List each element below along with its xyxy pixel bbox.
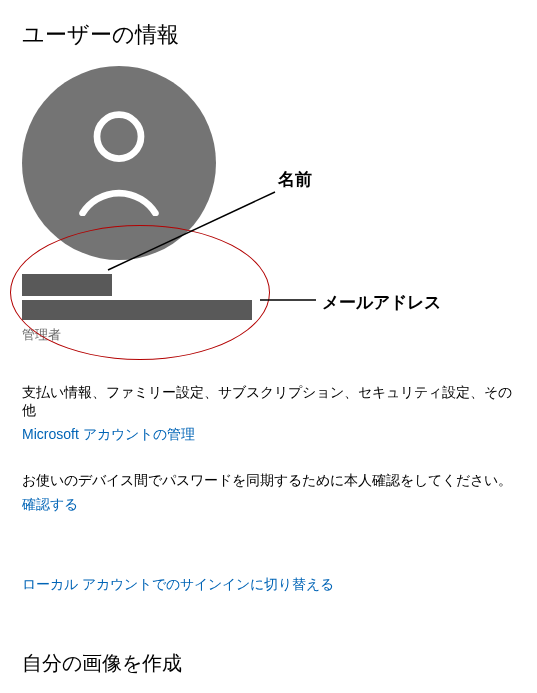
account-description: 支払い情報、ファミリー設定、サブスクリプション、セキュリティ設定、その他 (22, 384, 515, 420)
person-icon (71, 106, 167, 220)
manage-account-link[interactable]: Microsoft アカウントの管理 (22, 426, 195, 444)
verify-prompt: お使いのデバイス間でパスワードを同期するために本人確認をしてください。 (22, 472, 515, 490)
svg-point-0 (97, 115, 141, 159)
page-title: ユーザーの情報 (22, 20, 515, 50)
user-role: 管理者 (22, 326, 515, 344)
verify-link[interactable]: 確認する (22, 496, 78, 514)
local-signin-link[interactable]: ローカル アカウントでのサインインに切り替える (22, 576, 334, 594)
create-picture-title: 自分の画像を作成 (22, 650, 515, 677)
user-avatar (22, 66, 216, 260)
user-name-redacted (22, 274, 112, 296)
user-email-redacted (22, 300, 252, 320)
